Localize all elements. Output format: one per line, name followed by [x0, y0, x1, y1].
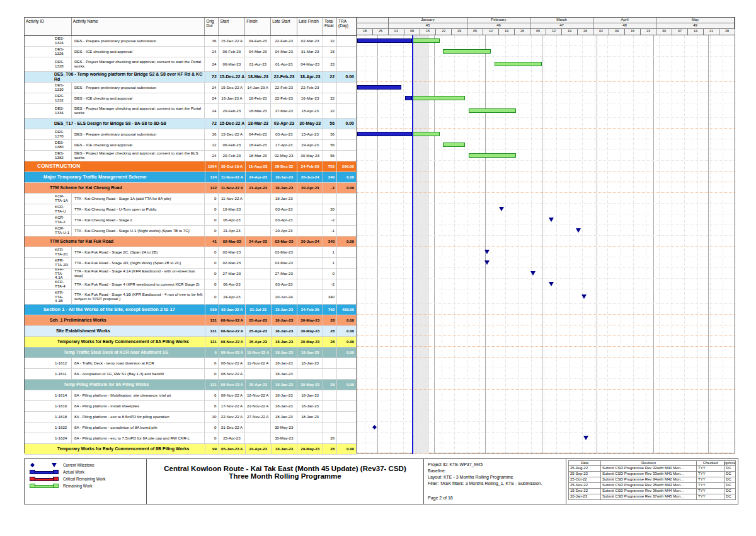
remaining-work-bar[interactable] [495, 62, 542, 66]
table-row[interactable]: DES-1328DES - Project Manager checking a… [25, 57, 357, 72]
group-title: Temporary Works for Early Commencement o… [25, 444, 205, 454]
table-row[interactable]: DES-1330DES - Prepare preliminary propos… [25, 83, 357, 93]
total-float [323, 358, 337, 368]
table-row[interactable]: DES-1332DES - ICE checking and approval2… [25, 93, 357, 104]
actual-work-bar[interactable] [357, 132, 412, 136]
remaining-work-bar[interactable] [469, 153, 516, 158]
milestone-icon[interactable] [530, 271, 536, 276]
milestone-icon[interactable] [372, 424, 377, 429]
start-date: 08-Nov-22 A [219, 390, 245, 400]
footer-bar: Current MilestoneActual WorkCritical Rem… [24, 458, 738, 504]
group-row[interactable]: TTM Scheme for Kai Cheung Road12211-Nov-… [25, 183, 357, 194]
revision-cell: Submit CSD Programme Rev 35with M43 Mon.… [601, 483, 697, 489]
table-row[interactable]: 1-16228A - Piling platform - completion … [25, 422, 357, 433]
table-row[interactable]: 1-16128A - Traffic Deck - temp road dive… [25, 358, 357, 369]
table-row[interactable]: 1-16168A - Piling platform - Install she… [25, 401, 357, 412]
activity-name: DES - ICE checking and approval [72, 140, 205, 150]
remaining-work-bar[interactable] [443, 49, 490, 54]
group-row[interactable]: TTM Scheme for Kai Fuk Road4102-Mar-2324… [25, 236, 357, 247]
milestone-icon[interactable] [581, 294, 587, 299]
table-row[interactable]: KFR-TTA-2DTTA - Kai Fuk Road - Stage 2D,… [25, 258, 357, 269]
actual-work-bar[interactable] [357, 38, 412, 43]
column-header-late-finish: Late Finish [297, 18, 323, 35]
column-header-tra-day-: TRA (Day) [337, 18, 357, 35]
late-finish: 18-Jan-23 [297, 412, 323, 422]
milestone-icon[interactable] [549, 218, 554, 222]
table-row[interactable]: DES-1380DES - ICE checking and approval1… [25, 140, 357, 151]
milestone-icon[interactable] [484, 250, 490, 254]
table-row[interactable]: KCR-TTA-1ATTA - Kai Cheung Road - Stage … [25, 194, 357, 204]
milestone-icon[interactable] [484, 260, 490, 265]
table-row[interactable]: KFR-TTA-2CTTA - Kai Fuk Road - Stage 2C,… [25, 247, 357, 258]
gantt-row [357, 325, 735, 336]
week-tick: 25 [373, 29, 389, 35]
tra-days: 0.00 [337, 183, 357, 193]
gantt-row [357, 257, 735, 268]
tra-days: 0.00 [337, 326, 357, 336]
finish-date: 01-Apr-23 [245, 57, 271, 71]
table-row[interactable]: DES-1324DES - Prepare preliminary propos… [25, 36, 357, 47]
table-row[interactable]: DES-1326DES - ICE checking and approval2… [25, 47, 357, 57]
remaining-work-bar[interactable] [469, 108, 516, 113]
late-start: 28-Dec-22 [272, 161, 298, 172]
remaining-work-bar[interactable] [412, 132, 440, 136]
remaining-work-bar[interactable] [412, 96, 465, 100]
remaining-work-bar[interactable] [412, 38, 440, 43]
group-row[interactable]: Temporary Works for Early Commencement o… [25, 444, 357, 455]
total-float: 340 [323, 290, 337, 304]
table-row[interactable]: 1-16148A - Piling platform - Mobilisatio… [25, 390, 357, 401]
late-finish: 20-Jun-24 [297, 236, 323, 247]
finish-date [245, 369, 271, 379]
start-date: 25-Apr-23 [219, 433, 245, 443]
late-finish [297, 290, 323, 304]
table-row[interactable]: 1-16248A - Piling platform - exc to 7.5m… [25, 433, 357, 444]
finish-date: 24-Apr-23 [246, 236, 272, 247]
activity-id: 1-1611 [25, 369, 72, 379]
group-title: TTM Scheme for Kai Cheung Road [25, 183, 205, 193]
orig-dur: 0 [205, 422, 219, 433]
table-row[interactable]: KCR-TTA-U-1TTA - Kai Cheung Road - Stage… [25, 226, 357, 236]
group-row[interactable]: DES_T17 - ELS Design for Bridge S8 - 8A-… [25, 119, 357, 129]
late-start: 17-Apr-23 [271, 140, 297, 150]
table-row[interactable]: DES-1378DES - Prepare preliminary propos… [25, 129, 357, 140]
revision-cell: Revision [601, 460, 697, 466]
table-row[interactable]: KFR-TTA-4.1BTTA - Kai Fuk Road - Stage 4… [25, 290, 357, 305]
late-finish: 22-Feb-23 [297, 83, 323, 93]
group-row[interactable]: Temp Piling Platform for 8A Piling Works… [25, 380, 357, 390]
table-row[interactable]: 1-16118A - completion of 1G, RW S1 (Bay … [25, 369, 357, 380]
table-row[interactable]: KCR-TTA-UTTA - Kai Cheung Road - U-Turn … [25, 204, 357, 215]
revision-cell: Checked [697, 460, 724, 466]
table-row[interactable]: DES-1382DES - Project Manager checking a… [25, 151, 357, 161]
table-row[interactable]: KCR-TTA-2TTA - Kai Cheung Road - Stage 2… [25, 215, 357, 226]
late-finish: 18-Jan-23 [297, 347, 323, 358]
group-row[interactable]: Site Establishment Works13108-Nov-22 A25… [25, 326, 357, 337]
group-row[interactable]: Temporary Works for Early Commencement o… [25, 337, 357, 347]
start-date: 08-Nov-22 A [219, 315, 246, 325]
milestone-icon[interactable] [576, 228, 581, 233]
group-row[interactable]: Section 1 - All the Works of the Site, e… [25, 305, 357, 315]
gantt-row [357, 214, 735, 225]
late-start: 18-Jan-23 [272, 444, 298, 454]
tra-days [337, 226, 357, 236]
table-row[interactable]: 1-16188A - Piling platform - exc to 8.5m… [25, 412, 357, 422]
table-row[interactable]: KFR-TTA-4.1ATTA - Kai Fuk Road - Stage 4… [25, 269, 357, 279]
activity-id: KCR-TTA-U-1 [25, 226, 72, 236]
orig-dur: 131 [205, 315, 219, 325]
month-band: April [593, 18, 656, 23]
group-row[interactable]: Major Temporary Traffic Management Schem… [25, 172, 357, 183]
milestone-icon[interactable] [549, 282, 554, 286]
week-tick: 23 [641, 29, 656, 35]
milestone-icon[interactable] [499, 207, 504, 211]
milestone-icon[interactable] [583, 436, 588, 440]
group-row[interactable]: Temp Traffic Steel Deck at KCR near Abut… [25, 347, 357, 358]
actual-work-bar[interactable] [405, 96, 413, 100]
group-row[interactable]: CONSTRUCTION126430-Oct-19 A11-Aug-2328-D… [25, 161, 357, 172]
remaining-work-bar[interactable] [443, 143, 465, 147]
table-row[interactable]: KFR-TTA-4TTA - Kai Fuk Road - Stage 4 (K… [25, 279, 357, 290]
table-row[interactable]: DES-1334DES - Project Manager checking a… [25, 104, 357, 119]
group-row[interactable]: Sch_1 Preliminaries Works13108-Nov-22 A2… [25, 315, 357, 326]
actual-work-bar[interactable] [357, 85, 401, 90]
group-row[interactable]: DES_T06 - Temp working platform for Brid… [25, 72, 357, 83]
week-tick: 30 [656, 29, 672, 35]
activity-name: 8A - Piling platform - exc to 8.5mPD for… [72, 412, 205, 422]
